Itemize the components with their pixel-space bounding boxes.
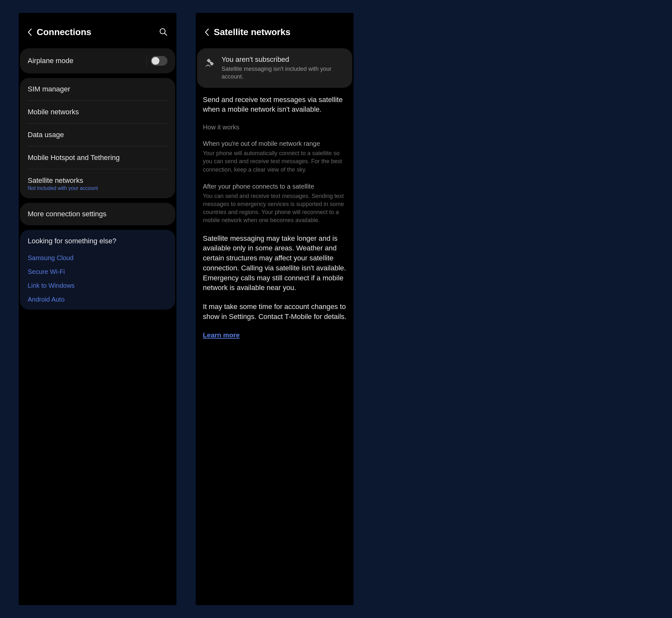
airplane-mode-toggle[interactable] [147, 56, 168, 66]
satellite-screen: Satellite networks You aren't subscribed… [196, 13, 354, 605]
section2-body: You can send and receive text messages. … [203, 192, 347, 225]
satellite-networks-row[interactable]: Satellite networks Not included with you… [20, 169, 175, 198]
disclaimer2: It may take some time for account change… [203, 302, 347, 322]
sim-manager-label: SIM manager [28, 85, 70, 93]
link-link-to-windows[interactable]: Link to Windows [28, 279, 168, 293]
subscription-banner: You aren't subscribed Satellite messagin… [197, 48, 352, 88]
sim-manager-row[interactable]: SIM manager [20, 78, 175, 100]
back-icon[interactable] [27, 28, 32, 37]
mobile-networks-row[interactable]: Mobile networks [20, 101, 175, 123]
section2-heading: After your phone connects to a satellite [203, 183, 347, 190]
satellite-icon [205, 57, 216, 68]
banner-sub: Satellite messaging isn't included with … [221, 65, 345, 81]
link-android-auto[interactable]: Android Auto [28, 293, 168, 306]
header: Connections [19, 13, 177, 48]
learn-more-link[interactable]: Learn more [203, 331, 239, 339]
data-usage-label: Data usage [28, 131, 64, 139]
svg-rect-3 [209, 61, 211, 63]
page-title: Connections [37, 27, 155, 37]
hotspot-row[interactable]: Mobile Hotspot and Tethering [20, 146, 175, 169]
how-it-works-label: How it works [203, 124, 347, 131]
banner-title: You aren't subscribed [221, 56, 345, 64]
more-connection-settings-label: More connection settings [28, 210, 107, 218]
header: Satellite networks [196, 13, 354, 48]
data-usage-row[interactable]: Data usage [20, 124, 175, 146]
section1-heading: When you're out of mobile network range [203, 140, 347, 147]
satellite-networks-sub: Not included with your account [28, 185, 168, 191]
connections-group: SIM manager Mobile networks Data usage M… [20, 78, 175, 198]
satellite-networks-label: Satellite networks [28, 176, 168, 185]
back-icon[interactable] [204, 28, 209, 37]
intro-text: Send and receive text messages via satel… [203, 95, 347, 115]
looking-for-heading: Looking for something else? [28, 237, 168, 245]
link-secure-wifi[interactable]: Secure Wi-Fi [28, 265, 168, 279]
search-icon[interactable] [159, 28, 168, 37]
mobile-networks-label: Mobile networks [28, 108, 79, 116]
hotspot-label: Mobile Hotspot and Tethering [28, 153, 120, 162]
airplane-mode-label: Airplane mode [28, 57, 142, 65]
disclaimer1: Satellite messaging may take longer and … [203, 234, 347, 293]
section1-body: Your phone will automatically connect to… [203, 149, 347, 174]
more-settings-card: More connection settings [20, 203, 175, 225]
looking-for-card: Looking for something else? Samsung Clou… [20, 230, 175, 310]
page-title: Satellite networks [214, 27, 345, 37]
airplane-mode-row[interactable]: Airplane mode [20, 48, 175, 73]
more-connection-settings-row[interactable]: More connection settings [20, 203, 175, 225]
link-samsung-cloud[interactable]: Samsung Cloud [28, 251, 168, 265]
connections-screen: Connections Airplane mode SIM manager Mo… [19, 13, 177, 605]
airplane-mode-card: Airplane mode [20, 48, 175, 73]
